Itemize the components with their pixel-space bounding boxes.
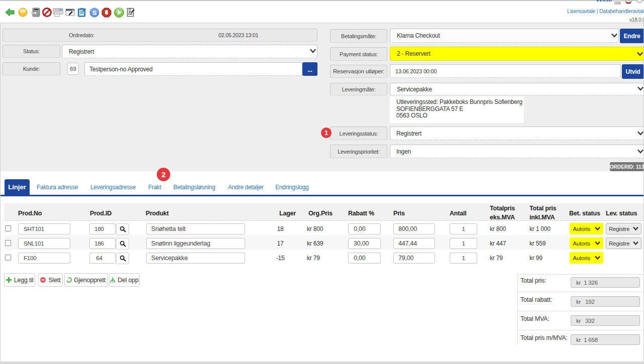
svg-text:S: S <box>92 9 97 17</box>
